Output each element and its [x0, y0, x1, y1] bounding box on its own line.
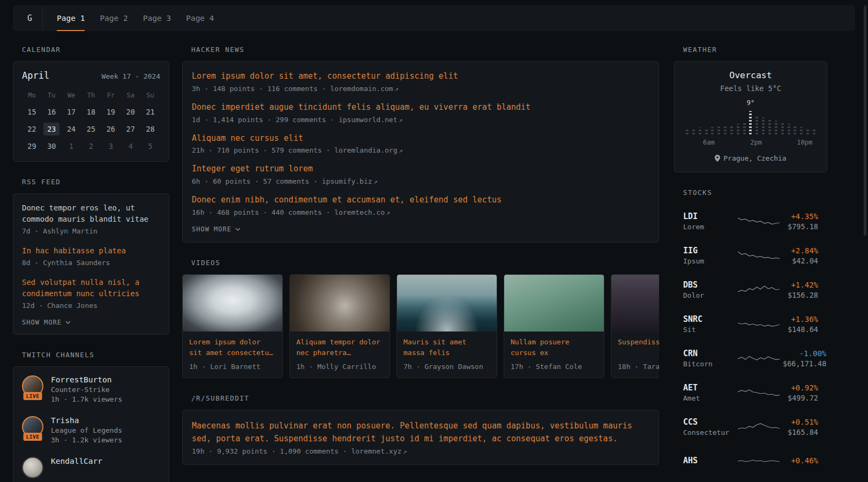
- stock-name: Lorem: [683, 223, 735, 231]
- calendar-month: April: [22, 70, 49, 81]
- weather-bar: [699, 109, 701, 134]
- tab-page-2[interactable]: Page 2: [92, 5, 135, 31]
- video-card[interactable]: Suspendisse diam 18h · Tara: [611, 274, 659, 378]
- calendar-card: April Week 17 · 2024 Mo Tu We Th Fr Sa S…: [13, 61, 169, 162]
- external-link-icon[interactable]: ↗: [403, 448, 407, 455]
- stock-identity: AET Amet: [683, 383, 735, 402]
- calendar-day: 17: [63, 106, 79, 118]
- twitch-widget: TWITCH CHANNELS LIVE ForrestBurton Count…: [13, 351, 169, 482]
- stocks-widget: STOCKS LDI Lorem +4.35% $795.18 IIG: [674, 189, 827, 478]
- hackernews-title-link[interactable]: Donec imperdiet augue tincidunt felis al…: [192, 102, 649, 114]
- stock-row[interactable]: AET Amet +0.92% $499.72: [674, 375, 827, 410]
- videos-row: Lorem ipsum dolor sit amet consectetu… 1…: [182, 274, 659, 378]
- video-title[interactable]: Aliquam tempor dolor nec pharetra…: [296, 337, 383, 359]
- video-card[interactable]: Aliquam tempor dolor nec pharetra… 1h · …: [289, 274, 390, 378]
- twitch-channel-row[interactable]: LIVE Trisha League of Legends 3h · 1.2k …: [22, 416, 160, 444]
- stocks-list: LDI Lorem +4.35% $795.18 IIG Ipsum: [674, 204, 827, 478]
- day-header: Fr: [101, 92, 121, 99]
- scrollbar-thumb[interactable]: [864, 5, 866, 236]
- weather-bar: [781, 109, 784, 134]
- hackernews-meta: 6h · 60 points · 57 comments · ipsumify.…: [192, 177, 649, 185]
- stock-row[interactable]: AHS +0.46%: [674, 444, 827, 478]
- channel-name[interactable]: Trisha: [51, 416, 122, 425]
- stock-identity: CRN Bitcorn: [683, 349, 735, 368]
- video-card[interactable]: Mauris sit amet massa felis 7h · Grayson…: [396, 274, 497, 378]
- video-title[interactable]: Mauris sit amet massa felis: [403, 337, 490, 359]
- tab-page-1[interactable]: Page 1: [49, 5, 92, 31]
- video-title[interactable]: Lorem ipsum dolor sit amet consectetu…: [189, 337, 276, 359]
- calendar-day: 21: [143, 106, 159, 118]
- rss-item-meta: 12d · Chance Jones: [22, 302, 160, 310]
- channel-meta: 3h · 1.2k viewers: [51, 436, 122, 444]
- weather-bar: 9°: [749, 109, 752, 134]
- stock-name: Ipsum: [683, 257, 735, 265]
- show-more-label: SHOW MORE: [22, 319, 62, 326]
- stock-name: Dolor: [683, 291, 735, 299]
- live-badge: LIVE: [24, 392, 42, 400]
- external-link-icon[interactable]: ↗: [395, 85, 399, 93]
- subreddit-post: Maecenas mollis pulvinar erat non posuer…: [192, 419, 649, 455]
- twitch-channel-row[interactable]: KendallCarr: [22, 457, 160, 478]
- external-link-icon[interactable]: ↗: [399, 116, 403, 124]
- twitch-channel-row[interactable]: LIVE ForrestBurton Counter-Strike 1h · 1…: [22, 375, 160, 403]
- tab-page-4[interactable]: Page 4: [178, 5, 221, 31]
- hackernews-card: Lorem ipsum dolor sit amet, consectetur …: [182, 61, 659, 243]
- channel-name[interactable]: ForrestBurton: [51, 375, 122, 384]
- subreddit-section-title: /R/SUBREDDIT: [182, 394, 659, 402]
- calendar-day: 16: [43, 106, 59, 118]
- weather-bar: [686, 109, 689, 134]
- stock-sparkline: [738, 317, 780, 331]
- hackernews-title-link[interactable]: Donec enim nibh, condimentum et accumsan…: [192, 194, 649, 206]
- video-title[interactable]: Nullam posuere cursus ex: [511, 337, 597, 359]
- channel-name[interactable]: KendallCarr: [51, 457, 102, 465]
- stock-row[interactable]: LDI Lorem +4.35% $795.18: [674, 204, 827, 238]
- hackernews-title-link[interactable]: Lorem ipsum dolor sit amet, consectetur …: [192, 71, 649, 82]
- hackernews-show-more-button[interactable]: SHOW MORE: [192, 225, 241, 233]
- calendar-day: 18: [83, 106, 99, 118]
- day-header: Tu: [42, 92, 62, 99]
- external-link-icon[interactable]: ↗: [374, 178, 378, 185]
- channel-avatar: LIVE: [22, 375, 43, 397]
- hackernews-item: Donec enim nibh, condimentum et accumsan…: [192, 194, 649, 216]
- channel-info: KendallCarr: [51, 457, 102, 478]
- time-label: 2pm: [750, 139, 762, 146]
- subreddit-card: Maecenas mollis pulvinar erat non posuer…: [182, 410, 659, 465]
- hackernews-meta-text: 16h · 468 points · 440 comments · loremt…: [192, 208, 385, 216]
- video-card[interactable]: Lorem ipsum dolor sit amet consectetu… 1…: [182, 274, 283, 378]
- twitch-card: LIVE ForrestBurton Counter-Strike 1h · 1…: [13, 366, 169, 482]
- calendar-day-next-month: 5: [143, 140, 159, 153]
- rss-item-title[interactable]: Donec tempor eros leo, ut commodo mauris…: [22, 202, 160, 225]
- stock-row[interactable]: SNRC Sit +1.36% $148.64: [674, 307, 827, 341]
- calendar-day: 29: [24, 140, 40, 153]
- stock-row[interactable]: IIG Ipsum +2.84% $42.04: [674, 238, 827, 273]
- rss-item-title[interactable]: Sed volutpat nulla nisl, a condimentum n…: [22, 277, 160, 299]
- stock-identity: CCS Consectetur: [683, 417, 735, 436]
- top-bar: G Page 1 Page 2 Page 3 Page 4: [13, 5, 855, 31]
- calendar-day-next-month: 3: [103, 140, 119, 153]
- video-thumbnail: [611, 275, 659, 332]
- video-title[interactable]: Suspendisse diam: [618, 337, 659, 359]
- tab-page-3[interactable]: Page 3: [136, 5, 178, 31]
- weather-bar: [813, 109, 815, 134]
- video-card[interactable]: Nullam posuere cursus ex 17h · Stefan Co…: [504, 274, 604, 378]
- calendar-day: 27: [123, 123, 139, 135]
- stock-ticker: CCS: [683, 417, 735, 427]
- external-link-icon[interactable]: ↗: [399, 147, 403, 154]
- weather-condition: Overcast: [683, 70, 818, 80]
- subreddit-meta-text: 19h · 9,932 points · 1,090 comments · lo…: [192, 447, 401, 455]
- hackernews-title-link[interactable]: Aliquam nec cursus elit: [192, 133, 649, 145]
- stocks-section-title: STOCKS: [674, 189, 827, 197]
- external-link-icon[interactable]: ↗: [386, 209, 390, 216]
- hackernews-title-link[interactable]: Integer eget rutrum lorem: [192, 163, 649, 175]
- stock-row[interactable]: CRN Bitcorn -1.00% $66,171.48: [674, 341, 827, 375]
- rss-show-more-button[interactable]: SHOW MORE: [22, 319, 71, 326]
- hackernews-item: Aliquam nec cursus elit 21h · 710 points…: [192, 133, 649, 155]
- stock-row[interactable]: DBS Dolor +1.42% $156.28: [674, 273, 827, 307]
- stock-row[interactable]: CCS Consectetur +0.51% $165.84: [674, 410, 827, 444]
- weather-bar: [705, 109, 708, 134]
- stock-ticker: CRN: [683, 349, 735, 358]
- subreddit-post-title[interactable]: Maecenas mollis pulvinar erat non posuer…: [192, 419, 649, 445]
- chevron-down-icon: [65, 321, 71, 324]
- weather-time-axis: 6am 2pm 10pm: [683, 139, 818, 147]
- rss-item-title[interactable]: In hac habitasse platea: [22, 245, 160, 257]
